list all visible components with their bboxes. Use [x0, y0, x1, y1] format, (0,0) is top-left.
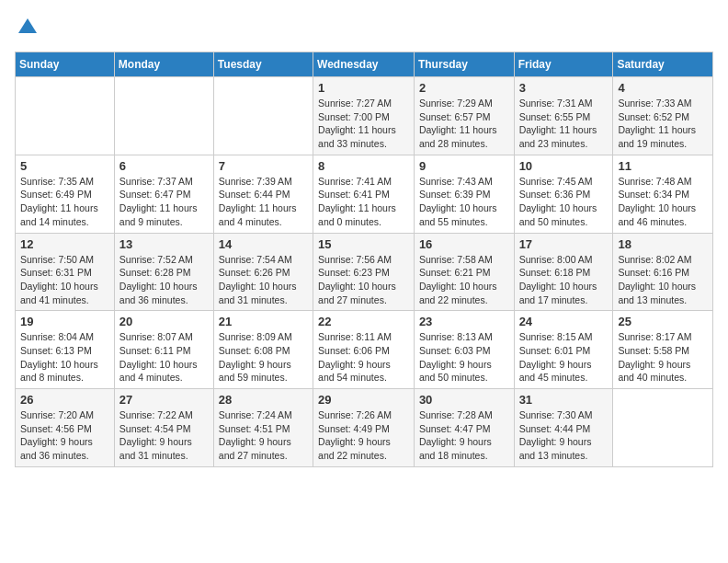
- week-row-5: 26Sunrise: 7:20 AM Sunset: 4:56 PM Dayli…: [16, 389, 713, 467]
- day-info: Sunrise: 7:56 AM Sunset: 6:23 PM Dayligh…: [318, 253, 409, 307]
- day-info: Sunrise: 7:37 AM Sunset: 6:47 PM Dayligh…: [119, 175, 209, 229]
- day-cell: 7Sunrise: 7:39 AM Sunset: 6:44 PM Daylig…: [213, 155, 313, 233]
- week-row-1: 1Sunrise: 7:27 AM Sunset: 7:00 PM Daylig…: [16, 77, 713, 155]
- day-cell: 14Sunrise: 7:54 AM Sunset: 6:26 PM Dayli…: [213, 233, 313, 311]
- day-cell: 13Sunrise: 7:52 AM Sunset: 6:28 PM Dayli…: [114, 233, 213, 311]
- day-number: 23: [419, 315, 509, 328]
- day-cell: [16, 77, 115, 155]
- day-number: 18: [618, 237, 708, 251]
- day-info: Sunrise: 7:50 AM Sunset: 6:31 PM Dayligh…: [20, 253, 109, 307]
- day-number: 14: [219, 237, 308, 251]
- day-info: Sunrise: 8:17 AM Sunset: 5:58 PM Dayligh…: [618, 330, 708, 385]
- column-header-tuesday: Tuesday: [213, 52, 313, 77]
- day-number: 25: [618, 315, 708, 328]
- day-info: Sunrise: 7:31 AM Sunset: 6:55 PM Dayligh…: [519, 97, 609, 151]
- day-cell: 6Sunrise: 7:37 AM Sunset: 6:47 PM Daylig…: [114, 155, 213, 233]
- logo: [15, 15, 44, 40]
- day-cell: 23Sunrise: 8:13 AM Sunset: 6:03 PM Dayli…: [414, 311, 514, 389]
- day-cell: 31Sunrise: 7:30 AM Sunset: 4:44 PM Dayli…: [514, 389, 613, 467]
- logo-icon: [15, 15, 40, 40]
- day-number: 6: [119, 159, 209, 173]
- page-header: [15, 15, 713, 40]
- day-info: Sunrise: 7:45 AM Sunset: 6:36 PM Dayligh…: [519, 175, 609, 229]
- day-info: Sunrise: 8:15 AM Sunset: 6:01 PM Dayligh…: [519, 330, 609, 385]
- day-info: Sunrise: 8:09 AM Sunset: 6:08 PM Dayligh…: [219, 330, 308, 385]
- day-cell: 3Sunrise: 7:31 AM Sunset: 6:55 PM Daylig…: [514, 77, 613, 155]
- day-info: Sunrise: 7:41 AM Sunset: 6:41 PM Dayligh…: [318, 175, 409, 229]
- week-row-3: 12Sunrise: 7:50 AM Sunset: 6:31 PM Dayli…: [16, 233, 713, 311]
- day-cell: 4Sunrise: 7:33 AM Sunset: 6:52 PM Daylig…: [613, 77, 713, 155]
- day-cell: 11Sunrise: 7:48 AM Sunset: 6:34 PM Dayli…: [613, 155, 713, 233]
- day-cell: 27Sunrise: 7:22 AM Sunset: 4:54 PM Dayli…: [114, 389, 213, 467]
- day-number: 17: [519, 237, 609, 251]
- day-number: 7: [219, 159, 308, 173]
- day-cell: 20Sunrise: 8:07 AM Sunset: 6:11 PM Dayli…: [114, 311, 213, 389]
- day-info: Sunrise: 7:39 AM Sunset: 6:44 PM Dayligh…: [219, 175, 308, 229]
- day-info: Sunrise: 7:30 AM Sunset: 4:44 PM Dayligh…: [519, 408, 609, 463]
- day-cell: [114, 77, 213, 155]
- day-cell: 2Sunrise: 7:29 AM Sunset: 6:57 PM Daylig…: [414, 77, 514, 155]
- day-info: Sunrise: 8:13 AM Sunset: 6:03 PM Dayligh…: [419, 330, 509, 385]
- day-cell: 29Sunrise: 7:26 AM Sunset: 4:49 PM Dayli…: [313, 389, 415, 467]
- day-cell: 8Sunrise: 7:41 AM Sunset: 6:41 PM Daylig…: [313, 155, 415, 233]
- day-number: 13: [119, 237, 209, 251]
- day-cell: 22Sunrise: 8:11 AM Sunset: 6:06 PM Dayli…: [313, 311, 415, 389]
- day-info: Sunrise: 7:54 AM Sunset: 6:26 PM Dayligh…: [219, 253, 308, 307]
- day-info: Sunrise: 8:04 AM Sunset: 6:13 PM Dayligh…: [20, 330, 109, 385]
- calendar-table: SundayMondayTuesdayWednesdayThursdayFrid…: [15, 52, 713, 467]
- column-header-sunday: Sunday: [16, 52, 115, 77]
- column-header-saturday: Saturday: [613, 52, 713, 77]
- day-info: Sunrise: 8:02 AM Sunset: 6:16 PM Dayligh…: [618, 253, 708, 307]
- week-row-2: 5Sunrise: 7:35 AM Sunset: 6:49 PM Daylig…: [16, 155, 713, 233]
- day-cell: [613, 389, 713, 467]
- column-header-friday: Friday: [514, 52, 613, 77]
- day-number: 21: [219, 315, 308, 328]
- day-info: Sunrise: 8:11 AM Sunset: 6:06 PM Dayligh…: [318, 330, 409, 385]
- day-cell: 28Sunrise: 7:24 AM Sunset: 4:51 PM Dayli…: [213, 389, 313, 467]
- day-number: 27: [119, 393, 209, 407]
- day-info: Sunrise: 7:22 AM Sunset: 4:54 PM Dayligh…: [119, 408, 209, 463]
- day-number: 22: [318, 315, 409, 328]
- day-number: 19: [20, 315, 109, 328]
- day-info: Sunrise: 7:27 AM Sunset: 7:00 PM Dayligh…: [318, 97, 409, 151]
- day-number: 24: [519, 315, 609, 328]
- day-info: Sunrise: 8:07 AM Sunset: 6:11 PM Dayligh…: [119, 330, 209, 385]
- day-cell: 26Sunrise: 7:20 AM Sunset: 4:56 PM Dayli…: [16, 389, 115, 467]
- day-number: 20: [119, 315, 209, 328]
- day-number: 10: [519, 159, 609, 173]
- day-cell: 15Sunrise: 7:56 AM Sunset: 6:23 PM Dayli…: [313, 233, 415, 311]
- day-cell: 1Sunrise: 7:27 AM Sunset: 7:00 PM Daylig…: [313, 77, 415, 155]
- day-cell: 30Sunrise: 7:28 AM Sunset: 4:47 PM Dayli…: [414, 389, 514, 467]
- day-cell: [213, 77, 313, 155]
- day-number: 8: [318, 159, 409, 173]
- day-cell: 5Sunrise: 7:35 AM Sunset: 6:49 PM Daylig…: [16, 155, 115, 233]
- day-info: Sunrise: 7:35 AM Sunset: 6:49 PM Dayligh…: [20, 175, 109, 229]
- day-number: 4: [618, 81, 708, 95]
- column-header-thursday: Thursday: [414, 52, 514, 77]
- day-number: 15: [318, 237, 409, 251]
- day-cell: 16Sunrise: 7:58 AM Sunset: 6:21 PM Dayli…: [414, 233, 514, 311]
- day-info: Sunrise: 7:24 AM Sunset: 4:51 PM Dayligh…: [219, 408, 308, 463]
- day-number: 5: [20, 159, 109, 173]
- day-cell: 10Sunrise: 7:45 AM Sunset: 6:36 PM Dayli…: [514, 155, 613, 233]
- day-number: 16: [419, 237, 509, 251]
- week-row-4: 19Sunrise: 8:04 AM Sunset: 6:13 PM Dayli…: [16, 311, 713, 389]
- day-number: 1: [318, 81, 409, 95]
- day-number: 31: [519, 393, 609, 407]
- day-info: Sunrise: 7:20 AM Sunset: 4:56 PM Dayligh…: [20, 408, 109, 463]
- day-number: 28: [219, 393, 308, 407]
- day-info: Sunrise: 7:48 AM Sunset: 6:34 PM Dayligh…: [618, 175, 708, 229]
- day-cell: 9Sunrise: 7:43 AM Sunset: 6:39 PM Daylig…: [414, 155, 514, 233]
- day-number: 11: [618, 159, 708, 173]
- day-number: 12: [20, 237, 109, 251]
- day-cell: 18Sunrise: 8:02 AM Sunset: 6:16 PM Dayli…: [613, 233, 713, 311]
- day-cell: 12Sunrise: 7:50 AM Sunset: 6:31 PM Dayli…: [16, 233, 115, 311]
- day-info: Sunrise: 7:28 AM Sunset: 4:47 PM Dayligh…: [419, 408, 509, 463]
- day-cell: 17Sunrise: 8:00 AM Sunset: 6:18 PM Dayli…: [514, 233, 613, 311]
- day-info: Sunrise: 8:00 AM Sunset: 6:18 PM Dayligh…: [519, 253, 609, 307]
- day-number: 3: [519, 81, 609, 95]
- column-header-monday: Monday: [114, 52, 213, 77]
- day-info: Sunrise: 7:43 AM Sunset: 6:39 PM Dayligh…: [419, 175, 509, 229]
- day-info: Sunrise: 7:26 AM Sunset: 4:49 PM Dayligh…: [318, 408, 409, 463]
- day-info: Sunrise: 7:52 AM Sunset: 6:28 PM Dayligh…: [119, 253, 209, 307]
